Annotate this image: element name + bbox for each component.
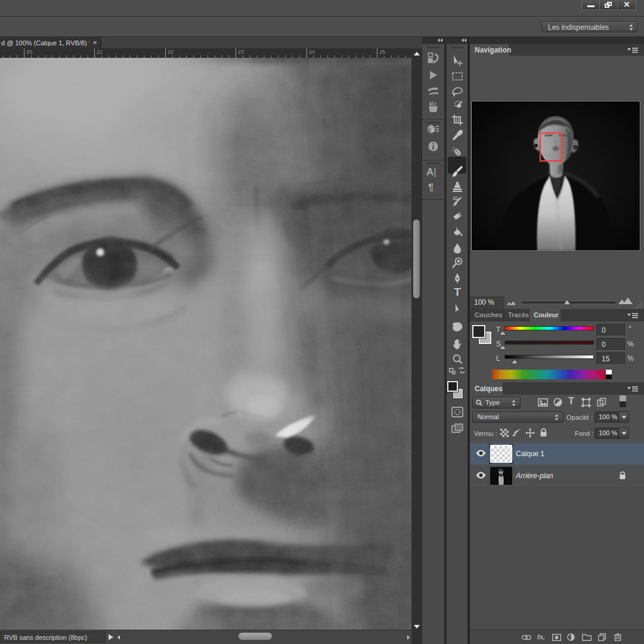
svg-text:25: 25 <box>379 49 385 55</box>
svg-text:21: 21 <box>97 49 103 55</box>
svg-text:20: 20 <box>26 49 32 55</box>
svg-text:22: 22 <box>168 49 174 55</box>
svg-text:23: 23 <box>238 49 244 55</box>
svg-text:24: 24 <box>309 49 315 55</box>
